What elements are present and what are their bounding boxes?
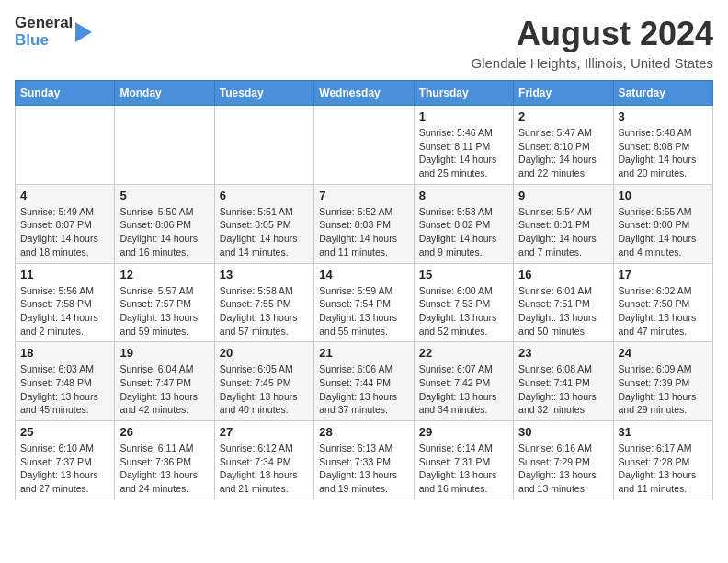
calendar-cell: 4Sunrise: 5:49 AMSunset: 8:07 PMDaylight… bbox=[16, 184, 115, 263]
logo-line1: General bbox=[15, 15, 73, 32]
cell-daylight-info: Sunrise: 6:12 AMSunset: 7:34 PMDaylight:… bbox=[220, 442, 309, 496]
cell-daylight-info: Sunrise: 6:01 AMSunset: 7:51 PMDaylight:… bbox=[518, 284, 608, 339]
cell-day-number: 31 bbox=[619, 425, 708, 439]
calendar-cell: 2Sunrise: 5:47 AMSunset: 8:10 PMDaylight… bbox=[514, 106, 613, 185]
cell-daylight-info: Sunrise: 6:06 AMSunset: 7:44 PMDaylight:… bbox=[319, 362, 408, 417]
cell-daylight-info: Sunrise: 5:54 AMSunset: 8:01 PMDaylight:… bbox=[518, 205, 608, 259]
calendar-cell bbox=[16, 106, 115, 185]
cell-day-number: 27 bbox=[220, 425, 309, 439]
location-title: Glendale Heights, Illinois, United State… bbox=[472, 55, 713, 71]
cell-daylight-info: Sunrise: 5:58 AMSunset: 7:55 PMDaylight:… bbox=[220, 284, 309, 339]
calendar-cell: 23Sunrise: 6:08 AMSunset: 7:41 PMDayligh… bbox=[514, 342, 613, 421]
page-header: General Blue August 2024 Glendale Height… bbox=[15, 15, 713, 71]
cell-day-number: 4 bbox=[20, 189, 109, 202]
cell-daylight-info: Sunrise: 5:49 AMSunset: 8:07 PMDaylight:… bbox=[20, 205, 109, 259]
cell-daylight-info: Sunrise: 5:51 AMSunset: 8:05 PMDaylight:… bbox=[220, 205, 309, 259]
calendar-cell: 26Sunrise: 6:11 AMSunset: 7:36 PMDayligh… bbox=[115, 421, 214, 500]
svg-marker-0 bbox=[75, 22, 92, 42]
calendar-cell: 6Sunrise: 5:51 AMSunset: 8:05 PMDaylight… bbox=[214, 184, 313, 263]
cell-daylight-info: Sunrise: 6:10 AMSunset: 7:37 PMDaylight:… bbox=[20, 442, 109, 496]
cell-daylight-info: Sunrise: 5:57 AMSunset: 7:57 PMDaylight:… bbox=[119, 284, 209, 339]
cell-daylight-info: Sunrise: 5:53 AMSunset: 8:02 PMDaylight:… bbox=[419, 205, 508, 259]
calendar-cell: 28Sunrise: 6:13 AMSunset: 7:33 PMDayligh… bbox=[314, 421, 414, 500]
cell-daylight-info: Sunrise: 6:02 AMSunset: 7:50 PMDaylight:… bbox=[619, 284, 708, 339]
calendar-cell: 8Sunrise: 5:53 AMSunset: 8:02 PMDaylight… bbox=[414, 184, 513, 263]
cell-day-number: 20 bbox=[220, 346, 309, 360]
logo-arrow-icon bbox=[75, 22, 92, 42]
cell-daylight-info: Sunrise: 6:08 AMSunset: 7:41 PMDaylight:… bbox=[518, 362, 608, 417]
cell-daylight-info: Sunrise: 5:46 AMSunset: 8:11 PMDaylight:… bbox=[419, 126, 508, 180]
calendar-cell: 19Sunrise: 6:04 AMSunset: 7:47 PMDayligh… bbox=[115, 342, 214, 421]
cell-day-number: 5 bbox=[119, 189, 209, 202]
cell-day-number: 15 bbox=[419, 268, 508, 282]
cell-day-number: 19 bbox=[119, 346, 209, 360]
calendar-week-row: 11Sunrise: 5:56 AMSunset: 7:58 PMDayligh… bbox=[16, 263, 713, 342]
cell-day-number: 24 bbox=[619, 346, 708, 360]
calendar-table: SundayMondayTuesdayWednesdayThursdayFrid… bbox=[15, 80, 713, 500]
calendar-cell: 10Sunrise: 5:55 AMSunset: 8:00 PMDayligh… bbox=[613, 184, 712, 263]
cell-daylight-info: Sunrise: 5:47 AMSunset: 8:10 PMDaylight:… bbox=[518, 126, 608, 180]
calendar-cell: 20Sunrise: 6:05 AMSunset: 7:45 PMDayligh… bbox=[214, 342, 313, 421]
cell-day-number: 9 bbox=[518, 189, 608, 202]
cell-day-number: 14 bbox=[319, 268, 408, 282]
calendar-cell: 18Sunrise: 6:03 AMSunset: 7:48 PMDayligh… bbox=[16, 342, 115, 421]
cell-daylight-info: Sunrise: 5:56 AMSunset: 7:58 PMDaylight:… bbox=[20, 284, 109, 339]
cell-day-number: 12 bbox=[119, 268, 209, 282]
calendar-cell: 11Sunrise: 5:56 AMSunset: 7:58 PMDayligh… bbox=[16, 263, 115, 342]
cell-day-number: 10 bbox=[619, 189, 708, 202]
cell-day-number: 25 bbox=[20, 425, 109, 439]
calendar-cell: 22Sunrise: 6:07 AMSunset: 7:42 PMDayligh… bbox=[414, 342, 513, 421]
weekday-header: Sunday bbox=[16, 81, 115, 106]
calendar-cell: 24Sunrise: 6:09 AMSunset: 7:39 PMDayligh… bbox=[613, 342, 712, 421]
calendar-header-row: SundayMondayTuesdayWednesdayThursdayFrid… bbox=[16, 81, 713, 106]
title-section: August 2024 Glendale Heights, Illinois, … bbox=[472, 15, 713, 71]
weekday-header: Wednesday bbox=[314, 81, 414, 106]
calendar-cell: 17Sunrise: 6:02 AMSunset: 7:50 PMDayligh… bbox=[613, 263, 712, 342]
cell-day-number: 28 bbox=[319, 425, 408, 439]
calendar-week-row: 1Sunrise: 5:46 AMSunset: 8:11 PMDaylight… bbox=[16, 106, 713, 185]
cell-day-number: 16 bbox=[518, 268, 608, 282]
cell-daylight-info: Sunrise: 5:52 AMSunset: 8:03 PMDaylight:… bbox=[319, 205, 408, 259]
calendar-cell: 27Sunrise: 6:12 AMSunset: 7:34 PMDayligh… bbox=[214, 421, 313, 500]
cell-day-number: 7 bbox=[319, 189, 408, 202]
cell-day-number: 30 bbox=[518, 425, 608, 439]
calendar-cell: 31Sunrise: 6:17 AMSunset: 7:28 PMDayligh… bbox=[613, 421, 712, 500]
calendar-cell: 5Sunrise: 5:50 AMSunset: 8:06 PMDaylight… bbox=[115, 184, 214, 263]
cell-daylight-info: Sunrise: 6:00 AMSunset: 7:53 PMDaylight:… bbox=[419, 284, 508, 339]
weekday-header: Monday bbox=[115, 81, 214, 106]
cell-day-number: 18 bbox=[20, 346, 109, 360]
cell-day-number: 8 bbox=[419, 189, 508, 202]
cell-daylight-info: Sunrise: 6:05 AMSunset: 7:45 PMDaylight:… bbox=[220, 362, 309, 417]
calendar-week-row: 18Sunrise: 6:03 AMSunset: 7:48 PMDayligh… bbox=[16, 342, 713, 421]
cell-day-number: 22 bbox=[419, 346, 508, 360]
calendar-cell: 1Sunrise: 5:46 AMSunset: 8:11 PMDaylight… bbox=[414, 106, 513, 185]
cell-daylight-info: Sunrise: 6:13 AMSunset: 7:33 PMDaylight:… bbox=[319, 442, 408, 496]
calendar-cell: 15Sunrise: 6:00 AMSunset: 7:53 PMDayligh… bbox=[414, 263, 513, 342]
cell-day-number: 11 bbox=[20, 268, 109, 282]
cell-daylight-info: Sunrise: 6:16 AMSunset: 7:29 PMDaylight:… bbox=[518, 442, 608, 496]
logo-line2: Blue bbox=[15, 32, 73, 50]
cell-daylight-info: Sunrise: 6:04 AMSunset: 7:47 PMDaylight:… bbox=[119, 362, 209, 417]
calendar-cell: 3Sunrise: 5:48 AMSunset: 8:08 PMDaylight… bbox=[613, 106, 712, 185]
calendar-cell: 16Sunrise: 6:01 AMSunset: 7:51 PMDayligh… bbox=[514, 263, 613, 342]
cell-day-number: 23 bbox=[518, 346, 608, 360]
cell-day-number: 21 bbox=[319, 346, 408, 360]
cell-daylight-info: Sunrise: 6:11 AMSunset: 7:36 PMDaylight:… bbox=[119, 442, 209, 496]
cell-day-number: 17 bbox=[619, 268, 708, 282]
cell-day-number: 26 bbox=[119, 425, 209, 439]
cell-daylight-info: Sunrise: 6:07 AMSunset: 7:42 PMDaylight:… bbox=[419, 362, 508, 417]
weekday-header: Thursday bbox=[414, 81, 513, 106]
calendar-cell bbox=[314, 106, 414, 185]
calendar-cell: 12Sunrise: 5:57 AMSunset: 7:57 PMDayligh… bbox=[115, 263, 214, 342]
month-title: August 2024 bbox=[472, 15, 713, 53]
weekday-header: Tuesday bbox=[214, 81, 313, 106]
calendar-cell: 14Sunrise: 5:59 AMSunset: 7:54 PMDayligh… bbox=[314, 263, 414, 342]
weekday-header: Friday bbox=[514, 81, 613, 106]
cell-day-number: 29 bbox=[419, 425, 508, 439]
cell-day-number: 1 bbox=[419, 109, 508, 123]
logo: General Blue bbox=[15, 15, 92, 49]
cell-daylight-info: Sunrise: 5:50 AMSunset: 8:06 PMDaylight:… bbox=[119, 205, 209, 259]
cell-daylight-info: Sunrise: 6:17 AMSunset: 7:28 PMDaylight:… bbox=[619, 442, 708, 496]
calendar-week-row: 4Sunrise: 5:49 AMSunset: 8:07 PMDaylight… bbox=[16, 184, 713, 263]
weekday-header: Saturday bbox=[613, 81, 712, 106]
